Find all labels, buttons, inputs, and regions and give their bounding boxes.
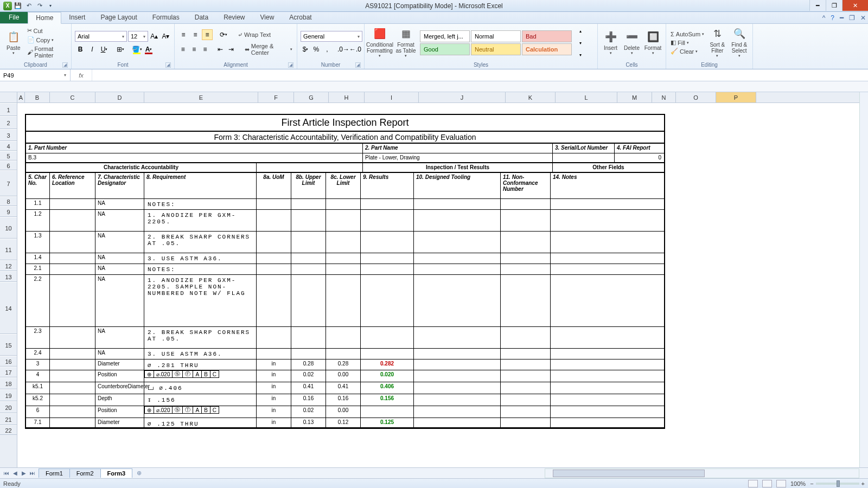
shrink-font-icon[interactable]: A▾ bbox=[161, 31, 171, 42]
maximize-button[interactable]: ❐ bbox=[826, 0, 842, 11]
select-all-corner[interactable] bbox=[0, 92, 17, 103]
delete-cells-button[interactable]: ➖Delete▾ bbox=[622, 25, 641, 61]
grow-font-icon[interactable]: A▴ bbox=[149, 31, 159, 42]
tab-prev-icon[interactable]: ◀ bbox=[11, 470, 20, 476]
underline-button[interactable]: U▾ bbox=[99, 44, 110, 55]
column-header-O[interactable]: O bbox=[676, 92, 716, 102]
fill-button[interactable]: ◧ Fill ▾ bbox=[669, 38, 705, 47]
comma-icon[interactable]: , bbox=[322, 44, 332, 55]
column-header-B[interactable]: B bbox=[25, 92, 50, 102]
column-header-A[interactable]: A bbox=[17, 92, 25, 102]
column-header-M[interactable]: M bbox=[617, 92, 652, 102]
name-box[interactable]: P49▾ bbox=[0, 69, 71, 81]
column-header-D[interactable]: D bbox=[95, 92, 144, 102]
row-header-20[interactable]: 20 bbox=[0, 401, 17, 413]
cut-button[interactable]: ✂ Cut bbox=[26, 27, 68, 35]
tab-formulas[interactable]: Formulas bbox=[145, 11, 187, 23]
tab-page-layout[interactable]: Page Layout bbox=[93, 11, 144, 23]
row-header-14[interactable]: 14 bbox=[0, 282, 17, 334]
tab-next-icon[interactable]: ▶ bbox=[20, 470, 28, 476]
table-row[interactable]: 2.4 NA 3. USE ASTM A36. bbox=[26, 349, 664, 359]
row-header-13[interactable]: 13 bbox=[0, 271, 17, 282]
column-header-C[interactable]: C bbox=[50, 92, 95, 102]
spreadsheet-grid[interactable]: ABCDEFGHIJKLMNOP 12345678910111213141516… bbox=[0, 92, 868, 467]
sheet-tab-form3[interactable]: Form3 bbox=[100, 468, 133, 478]
table-row[interactable]: k5.2 Depth ↧ .156 in 0.16 0.16 0.156 bbox=[26, 394, 664, 406]
font-color-button[interactable]: A▾ bbox=[143, 44, 154, 55]
style-merged[interactable]: Merged, left j... bbox=[420, 30, 470, 42]
table-row[interactable]: 6 Position ⊕⌀.020ⓈⓉABC in 0.02 0.00 bbox=[26, 406, 664, 418]
column-header-I[interactable]: I bbox=[365, 92, 419, 102]
table-row[interactable]: 7.1 Diameter ⌀ .125 THRU in 0.13 0.12 0.… bbox=[26, 418, 664, 428]
tab-home[interactable]: Home bbox=[28, 12, 61, 24]
row-header-17[interactable]: 17 bbox=[0, 367, 17, 377]
table-row[interactable]: 2.1 NA NOTES: bbox=[26, 264, 664, 275]
alignment-dialog-icon[interactable]: ◢ bbox=[288, 62, 293, 68]
merge-center-button[interactable]: ⬌ Merge & Center ▾ bbox=[244, 42, 293, 56]
decrease-indent-icon[interactable]: ⇤ bbox=[215, 44, 225, 55]
doc-minimize-icon[interactable]: ━ bbox=[840, 14, 844, 22]
font-size-select[interactable]: 12▾ bbox=[128, 31, 148, 42]
number-dialog-icon[interactable]: ◢ bbox=[355, 62, 361, 68]
style-calculation[interactable]: Calculation bbox=[522, 43, 572, 55]
italic-button[interactable]: I bbox=[87, 44, 98, 55]
zoom-in-icon[interactable]: + bbox=[861, 480, 865, 487]
tab-review[interactable]: Review bbox=[216, 11, 252, 23]
tab-last-icon[interactable]: ⏭ bbox=[28, 470, 37, 476]
align-left-icon[interactable]: ≡ bbox=[178, 44, 188, 55]
table-row[interactable]: 1.4 NA 3. USE ASTM A36. bbox=[26, 253, 664, 264]
vertical-scrollbar[interactable] bbox=[859, 92, 868, 467]
fill-color-button[interactable]: 🪣▾ bbox=[131, 44, 142, 55]
close-button[interactable]: ✕ bbox=[842, 0, 868, 11]
table-row[interactable]: 2.3 NA 2. BREAK SHARP CORNERS AT .05. bbox=[26, 327, 664, 349]
column-header-G[interactable]: G bbox=[294, 92, 329, 102]
sheet-tab-form2[interactable]: Form2 bbox=[69, 468, 101, 478]
tab-file[interactable]: File bbox=[0, 11, 28, 23]
style-bad[interactable]: Bad bbox=[522, 30, 572, 42]
font-name-select[interactable]: Arial▾ bbox=[75, 31, 127, 42]
align-right-icon[interactable]: ≡ bbox=[200, 44, 210, 55]
row-header-12[interactable]: 12 bbox=[0, 260, 17, 271]
format-cells-button[interactable]: 🔲Format▾ bbox=[643, 25, 662, 61]
format-as-table-button[interactable]: ▦Format as Table▾ bbox=[394, 25, 418, 61]
tab-data[interactable]: Data bbox=[187, 11, 216, 23]
row-header-1[interactable]: 1 bbox=[0, 103, 17, 116]
clear-button[interactable]: 🧹 Clear ▾ bbox=[669, 47, 705, 55]
zoom-out-icon[interactable]: − bbox=[810, 480, 813, 487]
align-center-icon[interactable]: ≡ bbox=[189, 44, 199, 55]
minimize-button[interactable]: ━ bbox=[809, 0, 826, 11]
minimize-ribbon-icon[interactable]: ^ bbox=[822, 14, 826, 22]
row-header-4[interactable]: 4 bbox=[0, 141, 17, 151]
insert-cells-button[interactable]: ➕Insert▾ bbox=[601, 25, 620, 61]
table-row[interactable]: k5.1 CounterboreDiameter ⌴ ⌀.406 in 0.41… bbox=[26, 382, 664, 394]
column-header-N[interactable]: N bbox=[652, 92, 676, 102]
decrease-decimal-icon[interactable]: ←.0 bbox=[350, 44, 361, 55]
zoom-level[interactable]: 100% bbox=[790, 480, 806, 487]
row-header-21[interactable]: 21 bbox=[0, 413, 17, 425]
styles-down-icon[interactable]: ▾ bbox=[575, 37, 586, 48]
column-header-H[interactable]: H bbox=[329, 92, 365, 102]
zoom-slider[interactable] bbox=[816, 483, 859, 485]
tab-acrobat[interactable]: Acrobat bbox=[282, 11, 319, 23]
row-header-10[interactable]: 10 bbox=[0, 217, 17, 239]
redo-icon[interactable]: ↷ bbox=[35, 2, 44, 9]
copy-button[interactable]: 📄 Copy ▾ bbox=[26, 36, 68, 44]
column-header-L[interactable]: L bbox=[556, 92, 617, 102]
style-normal[interactable]: Normal bbox=[471, 30, 521, 42]
sort-filter-button[interactable]: ⇅Sort & Filter▾ bbox=[707, 25, 727, 61]
increase-decimal-icon[interactable]: .0→ bbox=[338, 44, 349, 55]
table-row[interactable]: 1.3 NA 2. BREAK SHARP CORNERS AT .05. bbox=[26, 232, 664, 253]
table-row[interactable]: 2.2 NA 1. ANODIZE PER GXM-2205. SAMPLE N… bbox=[26, 275, 664, 327]
accounting-icon[interactable]: $▾ bbox=[301, 44, 310, 55]
orientation-icon[interactable]: ⟳▾ bbox=[218, 29, 229, 40]
row-header-5[interactable]: 5 bbox=[0, 151, 17, 160]
format-painter-button[interactable]: 🖌 Format Painter bbox=[26, 45, 68, 59]
font-dialog-icon[interactable]: ◢ bbox=[165, 62, 171, 68]
number-format-select[interactable]: General▾ bbox=[301, 31, 362, 42]
table-row[interactable]: 4 Position ⊕⌀.020ⓈⒻABC in 0.02 0.00 0.02… bbox=[26, 370, 664, 382]
row-header-7[interactable]: 7 bbox=[0, 170, 17, 196]
column-header-P[interactable]: P bbox=[716, 92, 756, 102]
column-header-E[interactable]: E bbox=[144, 92, 258, 102]
qat-dropdown-icon[interactable]: ▾ bbox=[46, 3, 55, 8]
style-good[interactable]: Good bbox=[420, 43, 470, 55]
